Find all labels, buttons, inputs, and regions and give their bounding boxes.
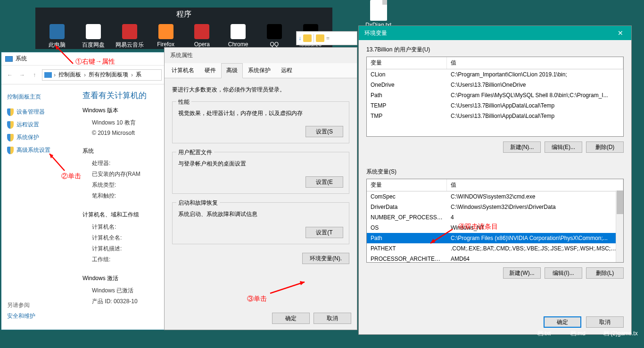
cancel-button[interactable]: 取消 <box>586 316 624 328</box>
col-header-value[interactable]: 值 <box>447 179 623 191</box>
admin-note: 要进行大多数更改，你必须作为管理员登录。 <box>172 86 349 94</box>
ok-button[interactable]: 确定 <box>272 313 310 324</box>
folder-icon <box>303 34 312 42</box>
env-var-row[interactable]: TMPC:\Users\13.7Billion\AppData\Local\Te… <box>367 111 623 121</box>
info-line: 系统类型: <box>83 180 147 191</box>
up-button[interactable]: ↑ <box>30 70 39 80</box>
scrollbar[interactable] <box>616 191 623 262</box>
system-properties-dialog: 系统属性 计算机名硬件高级系统保护远程 要进行大多数更改，你必须作为管理员登录。… <box>164 47 357 330</box>
system-icon <box>44 72 52 78</box>
tab[interactable]: 远程 <box>276 63 297 78</box>
user-vars-table[interactable]: 变量 值 CLionC:\Program_Important\Clion\CLi… <box>366 57 624 137</box>
env-var-name: OneDrive <box>367 81 447 89</box>
groupbox-title: 用户配置文件 <box>176 149 214 157</box>
env-var-row[interactable]: OSWindows_NT <box>367 223 623 233</box>
text-file-icon <box>370 0 387 21</box>
user-vars-label: 13.7Billion 的用户变量(U) <box>366 46 624 54</box>
env-var-row[interactable]: TEMPC:\Users\13.7Billion\AppData\Local\T… <box>367 100 623 111</box>
startup-settings-button[interactable]: 设置(T <box>305 227 343 238</box>
app-launcher[interactable]: Opera <box>185 24 219 49</box>
security-maintenance-link[interactable]: 安全和维护 <box>7 312 35 320</box>
environment-variables-dialog: 环境变量 ✕ 13.7Billion 的用户变量(U) 变量 值 CLionC:… <box>358 25 632 335</box>
user-profiles-settings-button[interactable]: 设置(E <box>305 176 343 188</box>
sidebar-item-label: 高级系统设置 <box>17 146 50 154</box>
system-sidebar: 控制面板主页 设备管理器远程设置系统保护高级系统设置 另请参阅 安全和维护 <box>7 90 73 330</box>
app-launcher[interactable]: 网易云音乐 <box>113 24 147 49</box>
back-button[interactable]: ← <box>5 70 15 80</box>
forward-button[interactable]: → <box>17 70 27 80</box>
app-launcher[interactable]: QQ <box>257 24 291 49</box>
system-vars-table[interactable]: 变量 值 ComSpecC:\WINDOWS\system32\cmd.exeD… <box>366 179 624 263</box>
tab[interactable]: 高级 <box>221 63 243 78</box>
group-title: 计算机名、域和工作组 <box>83 211 147 219</box>
env-var-row[interactable]: PathC:\Program Files\MySQL\MySQL Shell 8… <box>367 90 623 100</box>
env-title: 环境变量 <box>364 29 387 37</box>
env-var-row[interactable]: NUMBER_OF_PROCESSORS4 <box>367 212 623 223</box>
env-var-name: PROCESSOR_ARCHITECT... <box>367 255 447 263</box>
system-content: 查看有关计算机的 Windows 版本 Windows 10 教育 © 2019… <box>73 90 147 330</box>
sidebar-item[interactable]: 系统保护 <box>7 131 73 144</box>
breadcrumb-item[interactable]: 所有控制面板项 <box>88 71 129 79</box>
app-launcher[interactable]: 百度网盘 <box>76 24 110 49</box>
sidebar-item[interactable]: 设备管理器 <box>7 106 73 118</box>
performance-settings-button[interactable]: 设置(S <box>305 126 343 137</box>
info-line: Windows 10 教育 <box>83 117 147 128</box>
sidebar-item[interactable]: 远程设置 <box>7 118 73 131</box>
info-line: 工作组: <box>83 254 147 265</box>
env-var-row[interactable]: ComSpecC:\WINDOWS\system32\cmd.exe <box>367 191 623 202</box>
program-strip: 程序 此电脑百度网盘网易云音乐FirefoxOperaChromeQQfooba… <box>35 8 332 49</box>
new-user-var-button[interactable]: 新建(N)... <box>503 141 541 153</box>
tab[interactable]: 计算机名 <box>166 63 199 78</box>
environment-variables-button[interactable]: 环境变量(N). <box>302 253 349 264</box>
env-var-row[interactable]: PROCESSOR_ARCHITECT...AMD64 <box>367 254 623 263</box>
desktop-file-label[interactable]: 档.txt <box>537 330 551 338</box>
breadcrumb-item[interactable]: 系 <box>135 71 142 79</box>
env-var-name: OS <box>367 224 447 232</box>
system-titlebar: 系统 <box>1 52 165 66</box>
app-launcher[interactable]: Chrome <box>221 24 255 49</box>
breadcrumb-item[interactable]: 控制面板 <box>58 71 82 79</box>
env-var-value: C:\Users\13.7Billion\AppData\Local\Temp <box>447 101 623 110</box>
close-button[interactable]: ✕ <box>610 26 631 40</box>
app-icon <box>86 24 101 39</box>
app-icon <box>194 24 209 39</box>
env-var-row[interactable]: OneDriveC:\Users\13.7Billion\OneDrive <box>367 80 623 90</box>
edit-sys-var-button[interactable]: 编辑(I)... <box>545 267 582 279</box>
app-row: 此电脑百度网盘网易云音乐FirefoxOperaChromeQQfoobar20 <box>35 21 332 49</box>
sidebar-title[interactable]: 控制面板主页 <box>7 90 73 106</box>
tab[interactable]: 硬件 <box>199 63 221 78</box>
app-launcher[interactable]: Firefox <box>149 24 183 49</box>
env-var-row[interactable]: PATHEXT.COM;.EXE;.BAT;.CMD;.VBS;.VBE;.JS… <box>367 243 623 254</box>
env-var-value: C:\Users\13.7Billion\OneDrive <box>447 81 623 89</box>
env-var-name: Path <box>367 91 447 99</box>
cancel-button[interactable]: 取消 <box>314 313 351 324</box>
sidebar-item-label: 设备管理器 <box>17 108 45 116</box>
env-var-row[interactable]: CLionC:\Program_Important\Clion\CLion 20… <box>367 69 623 80</box>
ok-button[interactable]: 确定 <box>544 316 581 328</box>
explorer-window-peek: ↓ = <box>296 31 357 45</box>
program-strip-title: 程序 <box>35 8 332 21</box>
desktop-file-label[interactable]: 档.md <box>570 330 586 338</box>
col-header-value[interactable]: 值 <box>447 57 623 69</box>
tab[interactable]: 系统保护 <box>243 63 276 78</box>
col-header-variable[interactable]: 变量 <box>367 57 447 69</box>
env-var-row[interactable]: PathC:\Program Files (x86)\NVIDIA Corpor… <box>367 233 623 243</box>
desktop-file[interactable]: DxDiag.txt <box>365 0 391 28</box>
sidebar-item-label: 远程设置 <box>17 121 39 129</box>
delete-sys-var-button[interactable]: 删除(L) <box>586 267 624 279</box>
edit-user-var-button[interactable]: 编辑(E)... <box>545 141 582 153</box>
env-var-value: C:\Program Files (x86)\NVIDIA Corporatio… <box>447 234 623 242</box>
env-titlebar: 环境变量 ✕ <box>359 26 631 40</box>
new-sys-var-button[interactable]: 新建(W)... <box>503 267 541 279</box>
delete-user-var-button[interactable]: 删除(D) <box>586 141 624 153</box>
group-title: 系统 <box>83 147 147 155</box>
sidebar-item[interactable]: 高级系统设置 <box>7 144 73 157</box>
desktop-file-label[interactable]: 档 (2)game.tx <box>603 330 638 338</box>
col-header-variable[interactable]: 变量 <box>367 179 447 191</box>
app-launcher[interactable]: 此电脑 <box>40 24 74 49</box>
address-bar[interactable]: › 控制面板 › 所有控制面板项 › 系 <box>42 69 162 81</box>
info-line: 处理器: <box>83 158 147 169</box>
env-var-row[interactable]: DriverDataC:\Windows\System32\Drivers\Dr… <box>367 202 623 212</box>
startup-recovery-groupbox: 启动和故障恢复 系统启动、系统故障和调试信息 设置(T <box>172 202 349 244</box>
sidebar-item-label: 系统保护 <box>17 133 39 141</box>
